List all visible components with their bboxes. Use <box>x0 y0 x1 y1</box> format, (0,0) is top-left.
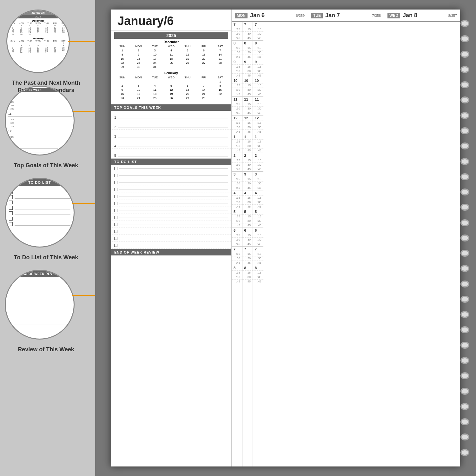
time-group-7b-wed: 7 :15 :30 :45 <box>253 247 263 265</box>
zoom3-item-6 <box>9 217 70 221</box>
spiral-ring <box>460 388 469 395</box>
zoom-circle-3: TO DO LIST <box>5 178 75 248</box>
time-group-10-wed: 10 :15 :30 :45 <box>253 78 263 97</box>
spiral-ring <box>460 449 469 456</box>
planner-background: January/6 2025 December SUNMONTUEWEDTHUF… <box>95 0 476 476</box>
todo-item-1[interactable] <box>111 165 231 172</box>
todo-checkbox-3[interactable] <box>114 181 117 184</box>
time-group-12-wed: 12 :15 :30 :45 <box>253 116 263 134</box>
february-title: February <box>114 71 228 75</box>
todo-checkbox-12[interactable] <box>114 244 117 247</box>
review-content[interactable] <box>111 255 231 463</box>
day-date-tue: Jan 7 <box>325 12 340 19</box>
zoom2-day-10: 10 <box>8 93 72 99</box>
day-column-mon[interactable]: 7 :15 :30 :45 8 :15 :30 :45 9 <box>232 22 242 466</box>
spiral-ring <box>460 127 469 134</box>
time-group-8b-tue: 8 :15 :30 :45 <box>242 265 253 284</box>
todo-item-4[interactable] <box>111 186 231 193</box>
time-group-10-mon: 10 :15 :30 :45 <box>232 78 242 97</box>
todo-item-10[interactable] <box>111 228 231 235</box>
time-group-1-wed: 1 :15 :30 :45 <box>253 134 263 153</box>
day-header-tue: TUE Jan 7 7/358 <box>308 10 384 21</box>
spiral-ring <box>460 219 469 226</box>
day-num-wed: 8/357 <box>448 14 457 17</box>
zoom1-year: 2025 <box>7 15 69 18</box>
time-group-11-wed: 11 :15 :30 :45 <box>253 97 263 116</box>
day-num-tue: 7/358 <box>372 14 381 17</box>
todo-item-3[interactable] <box>111 179 231 186</box>
goal-item-3[interactable]: 3 <box>111 130 231 139</box>
time-group-2-mon: 2 :15 :30 :45 <box>232 153 242 172</box>
todo-item-9[interactable] <box>111 221 231 228</box>
todo-checkbox-1[interactable] <box>114 167 117 170</box>
time-group-10-tue: 10 :15 :30 :45 <box>242 78 253 97</box>
spiral-ring <box>460 204 469 211</box>
todo-item-8[interactable] <box>111 214 231 221</box>
todo-item-5[interactable] <box>111 193 231 200</box>
zoom2-day-11: 11 <box>8 111 72 117</box>
todo-checkbox-7[interactable] <box>114 209 117 212</box>
todo-checkbox-5[interactable] <box>114 195 117 198</box>
spiral-ring <box>460 235 469 241</box>
spiral-ring <box>460 265 469 272</box>
todo-checkbox-6[interactable] <box>114 202 117 205</box>
time-group-6-wed: 6 :15 :30 :45 <box>253 228 263 247</box>
zoom3-header: TO DO LIST <box>6 179 74 186</box>
goal-item-5[interactable]: 5 <box>111 149 231 158</box>
planner-right-side: MON Jan 6 6/359 TUE Jan 7 7/358 WED Jan … <box>232 10 460 466</box>
todo-item-12[interactable] <box>111 242 231 249</box>
day-date-wed: Jan 8 <box>403 12 417 19</box>
todo-checkbox-9[interactable] <box>114 223 117 226</box>
annotation-label-4: Review of This Week <box>5 346 87 353</box>
day-header-mon: MON Jan 6 6/359 <box>232 10 308 21</box>
todo-item-6[interactable] <box>111 200 231 207</box>
spiral-ring <box>460 158 469 165</box>
time-group-6-mon: 6 :15 :30 :45 <box>232 228 242 247</box>
time-group-3-tue: 3 :15 :30 :45 <box>242 172 253 190</box>
day-num-mon: 6/359 <box>296 14 305 17</box>
todo-checkbox-8[interactable] <box>114 216 117 219</box>
day-name-wed: WED <box>387 13 400 18</box>
todo-checkbox-4[interactable] <box>114 188 117 191</box>
time-group-12-mon: 12 :15 :30 :45 <box>232 116 242 134</box>
todo-checkbox-2[interactable] <box>114 174 117 177</box>
time-group-2-wed: 2 :15 :30 :45 <box>253 153 263 172</box>
spiral-ring <box>460 342 469 349</box>
day-column-tue[interactable]: 7 :15 :30 :45 8 :15 :30 :45 9 <box>242 22 253 466</box>
zoom-circle-4: END OF WEEK REVIEW <box>5 270 75 340</box>
time-group-4-tue: 4 :15 :30 :45 <box>242 190 253 209</box>
day-name-tue: TUE <box>311 13 323 18</box>
spiral-ring <box>460 66 469 73</box>
time-group-7-mon: 7 :15 :30 :45 <box>232 22 242 41</box>
spiral-ring <box>460 188 469 195</box>
day-header-wed: WED Jan 8 8/357 <box>384 10 460 21</box>
days-main: 7 :15 :30 :45 8 :15 :30 :45 9 <box>232 22 460 466</box>
time-group-8b-mon: 8 :15 :30 :45 <box>232 265 242 284</box>
todo-item-7[interactable] <box>111 207 231 214</box>
zoom3-item-2 <box>9 195 70 199</box>
time-group-1-mon: 1 :15 :30 :45 <box>232 134 242 153</box>
annotation-label-3: To Do List of This Week <box>5 254 87 261</box>
todo-item-2[interactable] <box>111 172 231 179</box>
zoom-circle-2: TOP GOALS THIS WEEK 10 :15 :30 :45 11 :1… <box>5 86 75 155</box>
todo-item-11[interactable] <box>111 235 231 242</box>
spiral-ring <box>460 173 469 180</box>
goals-header: TOP GOALS THIS WEEK <box>111 104 231 111</box>
time-group-8-mon: 8 :15 :30 :45 <box>232 41 242 59</box>
goal-item-4[interactable]: 4 <box>111 139 231 149</box>
goal-item-2[interactable]: 2 <box>111 120 231 130</box>
spiral-ring <box>460 51 469 58</box>
time-group-8-wed: 8 :15 :30 :45 <box>253 41 263 59</box>
annotation-panel: January/6 2025 December SUNMONTUEWEDTHUF… <box>0 0 98 476</box>
review-header: END OF WEEK REVIEW <box>111 249 231 255</box>
todo-checkbox-11[interactable] <box>114 237 117 240</box>
todo-checkbox-10[interactable] <box>114 230 117 233</box>
planner-page-header: January/6 <box>111 10 231 31</box>
spiral-ring <box>460 250 469 257</box>
spiral-ring <box>460 311 469 318</box>
spiral-ring <box>460 20 469 27</box>
goal-item-1[interactable]: 1 <box>111 111 231 120</box>
annotation-label-2: Top Goals of This Week <box>5 162 87 169</box>
day-column-wed[interactable]: 7 :15 :30 :45 8 :15 :30 :45 9 <box>253 22 263 466</box>
zoom4-content <box>6 277 74 325</box>
